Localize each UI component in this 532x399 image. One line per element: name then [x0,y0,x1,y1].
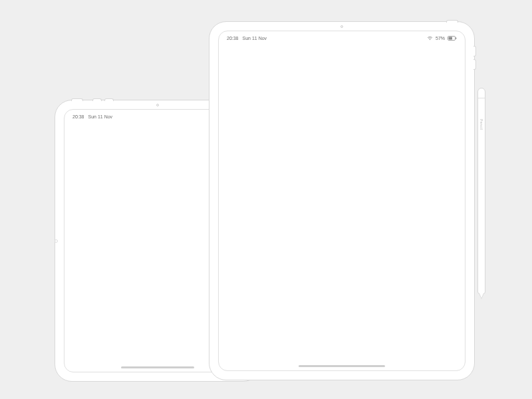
status-bar: 20:38 Sun 11 Nov 57% [219,31,465,42]
status-left: 20:38 Sun 11 Nov [227,36,267,41]
power-button [71,98,83,101]
status-date: Sun 11 Nov [243,36,267,41]
svg-rect-2 [456,37,456,39]
home-indicator [121,366,194,368]
volume-up-button [92,98,102,101]
pencil-tip-icon [479,293,484,299]
tablet-front-frame: 20:38 Sun 11 Nov 57% [209,21,475,380]
power-button [446,20,458,23]
status-time: 20:38 [72,114,84,119]
battery-icon [448,36,457,41]
home-indicator [299,365,385,367]
volume-up-button [473,46,476,57]
svg-rect-1 [449,37,452,39]
wifi-icon [427,36,433,41]
status-right: 57% [427,36,457,41]
volume-down-button [473,59,476,70]
tablet-front-screen: 20:38 Sun 11 Nov 57% [218,31,466,371]
side-connector-icon [55,239,58,243]
volume-down-button [104,98,114,101]
front-camera-icon [156,104,159,106]
status-time: 20:38 [227,36,239,41]
battery-percent: 57% [436,36,445,41]
pencil-label: Pencil [479,119,483,130]
status-date: Sun 11 Nov [88,114,113,119]
mockup-stage: 20:38 Sun 11 Nov 20:38 Sun 11 Nov [0,0,532,399]
stylus-pencil: Pencil [477,88,485,294]
status-left: 20:38 Sun 11 Nov [72,114,112,119]
front-camera-icon [340,25,343,28]
pencil-cap-divider [478,98,485,98]
